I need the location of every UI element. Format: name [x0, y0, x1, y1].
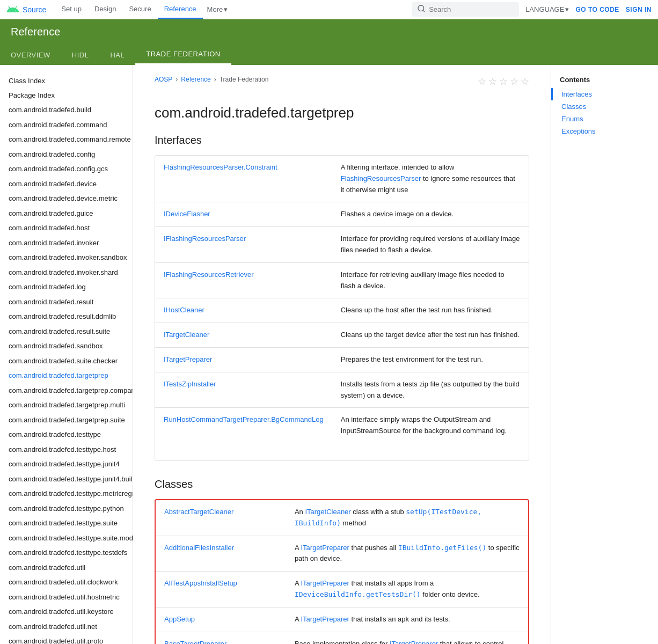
subnav-hidl[interactable]: HIDL [61, 46, 100, 64]
sidebar-item-testtype-host[interactable]: com.android.tradefed.testtype.host [0, 442, 133, 457]
sidebar-item-testtype-suite[interactable]: com.android.tradefed.testtype.suite [0, 516, 133, 531]
sidebar-item-testtype-testdefs[interactable]: com.android.tradefed.testtype.testdefs [0, 545, 133, 560]
desc-link[interactable]: ITargetPreparer [301, 579, 349, 587]
sidebar-item-targetprep-multi[interactable]: com.android.tradefed.targetprep.multi [0, 398, 133, 413]
desc-link[interactable]: ITargetCleaner [305, 508, 350, 516]
desc-link[interactable]: FlashingResourcesParser [341, 174, 421, 182]
interface-link[interactable]: ITargetPreparer [164, 355, 212, 363]
class-link[interactable]: AbstractTargetCleaner [164, 508, 233, 516]
interface-link[interactable]: ITargetCleaner [164, 331, 209, 339]
sidebar-item-sandbox[interactable]: com.android.tradefed.sandbox [0, 339, 133, 354]
sidebar-item-log[interactable]: com.android.tradefed.log [0, 280, 133, 295]
class-link[interactable]: AppSetup [164, 615, 195, 623]
sidebar-class-index[interactable]: Class Index [0, 74, 133, 88]
interface-link[interactable]: IHostCleaner [164, 306, 204, 314]
sidebar-item-targetprep-suite[interactable]: com.android.tradefed.targetprep.suite [0, 413, 133, 428]
interface-link[interactable]: ITestsZipInstaller [164, 380, 216, 388]
table-row: ITargetCleanerCleans up the target devic… [155, 323, 529, 348]
toc-exceptions[interactable]: Exceptions [551, 125, 658, 137]
sidebar-item-config-gcs[interactable]: com.android.tradefed.config.gcs [0, 162, 133, 177]
sidebar-item-util-hostmetric[interactable]: com.android.tradefed.util.hostmetric [0, 590, 133, 605]
interface-desc: Flashes a device image on a device. [332, 202, 529, 227]
sidebar-item-invoker[interactable]: com.android.tradefed.invoker [0, 236, 133, 251]
sidebar-item-testtype[interactable]: com.android.tradefed.testtype [0, 427, 133, 442]
sidebar-item-util-keystore[interactable]: com.android.tradefed.util.keystore [0, 604, 133, 619]
interface-link[interactable]: FlashingResourcesParser.Constraint [164, 163, 277, 171]
sidebar-item-command[interactable]: com.android.tradefed.command [0, 118, 133, 133]
sidebar-item-device[interactable]: com.android.tradefed.device [0, 177, 133, 192]
toc-title: Contents [551, 74, 658, 86]
nav-more[interactable]: More ▾ [203, 5, 232, 13]
sidebar-item-testtype-metricregression[interactable]: com.android.tradefed.testtype.metricregr… [0, 486, 133, 501]
sidebar-item-invoker-shard[interactable]: com.android.tradefed.invoker.shard [0, 265, 133, 280]
sidebar-item-command-remote[interactable]: com.android.tradefed.command.remote [0, 132, 133, 147]
sidebar-package-index[interactable]: Package Index [0, 88, 133, 103]
breadcrumb-aosp[interactable]: AOSP [155, 76, 172, 83]
search-bar[interactable] [412, 2, 519, 17]
sidebar-item-device-metric[interactable]: com.android.tradefed.device.metric [0, 191, 133, 206]
subnav-hal[interactable]: HAL [99, 46, 135, 64]
sidebar-item-util[interactable]: com.android.tradefed.util [0, 560, 133, 575]
ref-header: Reference [0, 19, 658, 45]
sidebar-item-util-proto[interactable]: com.android.tradefed.util.proto [0, 634, 133, 644]
sidebar-item-testtype-junit4[interactable]: com.android.tradefed.testtype.junit4 [0, 457, 133, 472]
table-row: ITargetPreparerPrepares the test environ… [155, 347, 529, 372]
sidebar-item-result[interactable]: com.android.tradefed.result [0, 295, 133, 310]
search-input[interactable] [429, 5, 504, 13]
desc-link[interactable]: ITargetPreparer [301, 615, 349, 623]
sidebar-item-invoker-sandbox[interactable]: com.android.tradefed.invoker.sandbox [0, 250, 133, 265]
logo[interactable]: Source [6, 3, 46, 16]
sidebar-item-targetprep[interactable]: com.android.tradefed.targetprep [0, 368, 133, 383]
interface-link[interactable]: IFlashingResourcesRetriever [164, 270, 254, 279]
svg-line-1 [423, 10, 425, 12]
interface-link[interactable]: IDeviceFlasher [164, 210, 210, 218]
language-button[interactable]: LANGUAGE ▾ [525, 5, 569, 13]
star-2[interactable]: ☆ [488, 76, 497, 87]
toc-classes[interactable]: Classes [551, 100, 658, 113]
subnav-overview[interactable]: OVERVIEW [0, 46, 61, 64]
star-5[interactable]: ☆ [521, 76, 529, 87]
sidebar-item-suite-checker[interactable]: com.android.tradefed.suite.checker [0, 354, 133, 369]
go-to-code-button[interactable]: GO TO CODE [575, 6, 619, 13]
breadcrumb-reference[interactable]: Reference [181, 76, 210, 83]
sidebar-item-testtype-suite-module[interactable]: com.android.tradefed.testtype.suite.modu… [0, 531, 133, 546]
table-row: BaseTargetPreparerBase implementation cl… [156, 632, 528, 644]
sidebar-item-build[interactable]: com.android.tradefed.build [0, 103, 133, 118]
class-desc: A ITargetPreparer that installs an apk a… [286, 607, 528, 632]
sidebar-item-result-suite[interactable]: com.android.tradefed.result.suite [0, 324, 133, 339]
ref-header-title: Reference [11, 26, 60, 38]
desc-link[interactable]: ITargetPreparer [390, 640, 438, 644]
sidebar-item-targetprep-companion[interactable]: com.android.tradefed.targetprep.companio… [0, 383, 133, 398]
subnav-trade-federation[interactable]: TRADE FEDERATION [135, 45, 231, 65]
star-4[interactable]: ☆ [510, 76, 518, 87]
sidebar-item-host[interactable]: com.android.tradefed.host [0, 221, 133, 236]
sidebar-item-testtype-junit4-builder[interactable]: com.android.tradefed.testtype.junit4.bui… [0, 472, 133, 487]
star-3[interactable]: ☆ [499, 76, 508, 87]
desc-link[interactable]: IBuildInfo.getFiles() [398, 544, 486, 552]
class-link[interactable]: AllTestAppsInstallSetup [164, 579, 237, 587]
breadcrumb-row: AOSP › Reference › Trade Federation ☆ ☆ … [155, 76, 529, 94]
star-1[interactable]: ☆ [478, 76, 486, 87]
nav-reference[interactable]: Reference [158, 0, 203, 19]
toc-sidebar: Contents Interfaces Classes Enums Except… [551, 65, 658, 644]
class-link[interactable]: AdditionalFilesInstaller [164, 544, 234, 552]
nav-design[interactable]: Design [88, 0, 122, 19]
sign-in-button[interactable]: SIGN IN [626, 6, 652, 13]
desc-link[interactable]: ITargetPreparer [301, 544, 349, 552]
sidebar-item-util-net[interactable]: com.android.tradefed.util.net [0, 619, 133, 634]
sidebar-item-result-ddmlib[interactable]: com.android.tradefed.result.ddmlib [0, 309, 133, 324]
table-row: AppSetupA ITargetPreparer that installs … [156, 607, 528, 632]
toc-enums[interactable]: Enums [551, 113, 658, 125]
sidebar-item-testtype-python[interactable]: com.android.tradefed.testtype.python [0, 501, 133, 516]
sidebar-item-util-clockwork[interactable]: com.android.tradefed.util.clockwork [0, 575, 133, 590]
nav-setup[interactable]: Set up [55, 0, 88, 19]
interface-link[interactable]: RunHostCommandTargetPreparer.BgCommandLo… [164, 415, 324, 423]
nav-secure[interactable]: Secure [122, 0, 157, 19]
sidebar-item-config[interactable]: com.android.tradefed.config [0, 147, 133, 162]
interface-link[interactable]: IFlashingResourcesParser [164, 235, 246, 243]
toc-interfaces[interactable]: Interfaces [551, 88, 658, 100]
table-row: AllTestAppsInstallSetupA ITargetPreparer… [156, 572, 528, 608]
desc-link[interactable]: IDeviceBuildInfo.getTestsDir() [295, 590, 421, 598]
sidebar-item-guice[interactable]: com.android.tradefed.guice [0, 206, 133, 221]
class-link[interactable]: BaseTargetPreparer [164, 640, 226, 644]
